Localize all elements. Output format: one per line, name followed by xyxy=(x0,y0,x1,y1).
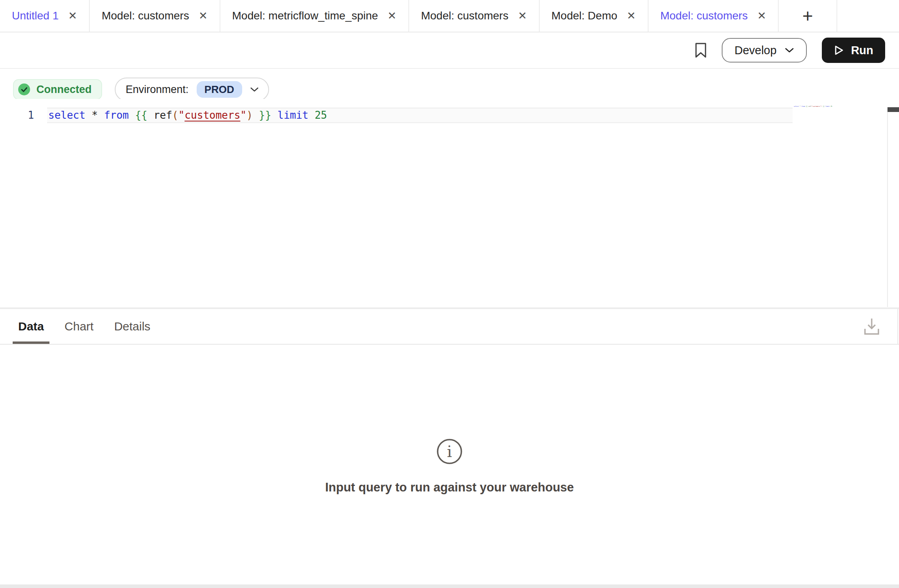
bookmark-icon xyxy=(695,42,707,58)
close-icon[interactable]: ✕ xyxy=(387,11,396,21)
results-tabbar-border xyxy=(0,344,899,345)
editor-minimap[interactable]: select * from {{ ref("customers") }} lim… xyxy=(794,106,832,107)
empty-state-message: Input query to run against your warehous… xyxy=(325,480,574,495)
sql-code-editor[interactable]: 1 select * from {{ ref("customers") }} l… xyxy=(0,99,899,307)
close-icon[interactable]: ✕ xyxy=(627,11,636,21)
environment-value-badge: PROD xyxy=(197,81,242,98)
code-token: limit xyxy=(277,109,308,121)
tab-label: Model: customers xyxy=(660,9,748,22)
tab-model-customers-1[interactable]: Model: customers ✕ xyxy=(90,0,220,32)
code-token: from xyxy=(104,109,129,121)
tab-details[interactable]: Details xyxy=(108,309,156,344)
editor-toolbar: Develop Run xyxy=(0,32,899,69)
tab-label: Model: metricflow_time_spine xyxy=(232,9,378,22)
new-tab-button[interactable]: + xyxy=(779,0,837,32)
download-icon xyxy=(863,317,881,336)
code-line[interactable]: select * from {{ ref("customers") }} lim… xyxy=(48,108,327,123)
code-token: " xyxy=(240,109,247,121)
play-icon xyxy=(834,45,844,56)
bookmark-button[interactable] xyxy=(695,42,707,58)
code-token xyxy=(309,109,315,121)
editor-tab-bar: Untitled 1 ✕ Model: customers ✕ Model: m… xyxy=(0,0,899,32)
tab-chart[interactable]: Chart xyxy=(59,309,99,344)
tab-untitled-1[interactable]: Untitled 1 ✕ xyxy=(0,0,90,32)
code-token xyxy=(85,109,92,121)
tab-label: Model: customers xyxy=(102,9,189,22)
tab-model-demo[interactable]: Model: Demo ✕ xyxy=(540,0,649,32)
code-token: " xyxy=(178,109,185,121)
code-token xyxy=(129,109,135,121)
svg-text:i: i xyxy=(447,442,452,461)
code-token: ( xyxy=(172,109,178,121)
results-panel-edge xyxy=(897,309,898,344)
info-icon: i xyxy=(436,438,463,465)
check-icon xyxy=(18,83,30,96)
tab-model-metricflow-time-spine[interactable]: Model: metricflow_time_spine ✕ xyxy=(220,0,409,32)
code-token xyxy=(271,109,278,121)
develop-label: Develop xyxy=(734,44,776,57)
code-token xyxy=(98,109,104,121)
tab-data[interactable]: Data xyxy=(13,309,49,344)
code-token: select xyxy=(48,109,85,121)
minimap-code-line: select * from {{ ref("customers") }} lim… xyxy=(794,106,832,107)
run-label: Run xyxy=(851,44,873,57)
connection-status-row: Connected Environment: PROD xyxy=(13,78,269,101)
environment-label: Environment: xyxy=(126,83,189,96)
connection-status-badge: Connected xyxy=(13,79,102,100)
code-token xyxy=(147,109,154,121)
code-token: * xyxy=(92,109,98,121)
close-icon[interactable]: ✕ xyxy=(757,11,766,21)
tab-model-customers-2[interactable]: Model: customers ✕ xyxy=(409,0,540,32)
code-token: ) xyxy=(247,109,253,121)
download-results-button[interactable] xyxy=(863,317,881,338)
results-empty-state: i Input query to run against your wareho… xyxy=(0,438,899,495)
close-icon[interactable]: ✕ xyxy=(68,11,77,21)
code-token: }} xyxy=(259,109,271,121)
code-token: 25 xyxy=(315,109,327,121)
code-token xyxy=(253,109,259,121)
tab-label: Model: customers xyxy=(421,9,508,22)
code-token-ref-link[interactable]: customers xyxy=(184,109,240,121)
results-tab-bar: Data Chart Details xyxy=(13,309,156,344)
status-bar-edge xyxy=(0,584,899,588)
tab-label: Untitled 1 xyxy=(12,9,59,22)
develop-dropdown-button[interactable]: Develop xyxy=(722,38,806,63)
chevron-down-icon xyxy=(785,47,794,53)
close-icon[interactable]: ✕ xyxy=(518,11,527,21)
environment-selector[interactable]: Environment: PROD xyxy=(115,78,269,101)
chevron-down-icon xyxy=(250,87,259,92)
editor-scrollbar-track xyxy=(887,107,888,307)
run-button[interactable]: Run xyxy=(822,38,885,63)
line-number: 1 xyxy=(21,108,34,123)
tab-model-customers-3[interactable]: Model: customers ✕ xyxy=(649,0,779,32)
code-token: ref xyxy=(154,109,172,121)
close-icon[interactable]: ✕ xyxy=(199,11,208,21)
plus-icon: + xyxy=(802,5,813,27)
editor-scrollbar-thumb[interactable] xyxy=(888,107,899,112)
code-token: {{ xyxy=(135,109,147,121)
connection-status-label: Connected xyxy=(36,83,92,96)
tab-label: Model: Demo xyxy=(552,9,618,22)
